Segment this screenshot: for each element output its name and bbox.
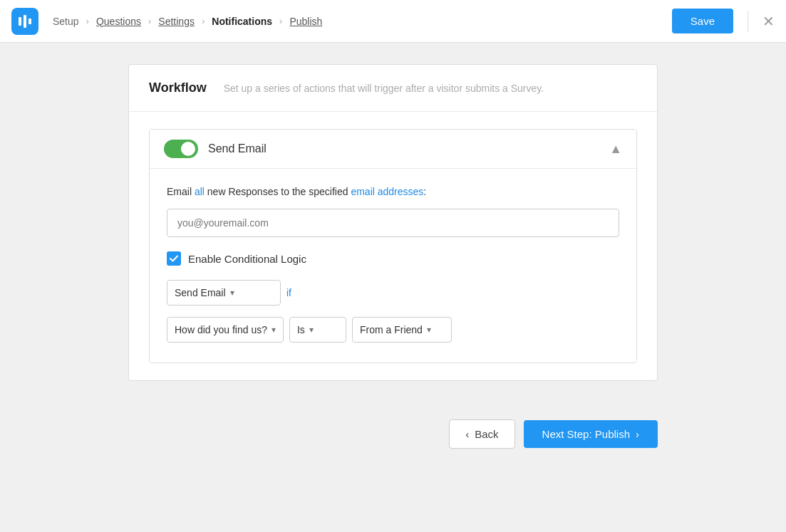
svg-rect-2 (29, 19, 31, 24)
email-desc-email: email addresses (351, 186, 423, 197)
send-email-label: Send Email (208, 142, 267, 155)
workflow-title: Workflow (149, 80, 207, 95)
breadcrumb-publish[interactable]: Publish (289, 16, 322, 27)
bottom-bar: ‹ Back Next Step: Publish › (0, 402, 786, 466)
inner-section: Send Email ▲ Email all new Responses to … (129, 112, 657, 380)
email-description: Email all new Responses to the specified… (167, 186, 619, 197)
breadcrumb-questions[interactable]: Questions (96, 16, 141, 27)
breadcrumb-notifications: Notifications (212, 16, 272, 27)
send-email-header: Send Email ▲ (150, 130, 636, 169)
next-button[interactable]: Next Step: Publish › (524, 420, 658, 448)
value-dropdown-caret: ▾ (427, 325, 431, 335)
breadcrumb-sep-2: › (148, 16, 151, 26)
workflow-description: Set up a series of actions that will tri… (224, 83, 544, 94)
back-chevron-icon: ‹ (465, 428, 469, 440)
logic-action-dropdown[interactable]: Send Email ▾ (167, 280, 281, 306)
collapse-button[interactable]: ▲ (609, 142, 622, 157)
question-dropdown[interactable]: How did you find us? ▾ (167, 317, 284, 343)
close-button[interactable]: ✕ (762, 14, 775, 28)
logic-condition-row: How did you find us? ▾ Is ▾ From a Frien… (167, 317, 619, 343)
logic-action-caret: ▾ (230, 288, 234, 298)
breadcrumb: Setup › Questions › Settings › Notificat… (53, 16, 672, 27)
save-button[interactable]: Save (672, 9, 733, 33)
next-label: Next Step: Publish (542, 428, 630, 440)
back-label: Back (475, 428, 498, 440)
main-content: Workflow Set up a series of actions that… (0, 43, 786, 402)
question-dropdown-value: How did you find us? (175, 324, 267, 335)
if-label: if (286, 287, 291, 298)
breadcrumb-settings[interactable]: Settings (158, 16, 195, 27)
value-dropdown[interactable]: From a Friend ▾ (352, 317, 452, 343)
breadcrumb-sep-1: › (86, 16, 89, 26)
value-dropdown-value: From a Friend (360, 324, 423, 335)
nav-right: Save ✕ (672, 9, 775, 33)
email-address-input[interactable] (167, 209, 619, 237)
svg-rect-0 (19, 17, 21, 26)
outer-card: Workflow Set up a series of actions that… (128, 64, 658, 381)
send-email-body: Email all new Responses to the specified… (150, 169, 636, 363)
send-email-left: Send Email (164, 140, 267, 158)
send-email-toggle[interactable] (164, 140, 198, 158)
breadcrumb-sep-3: › (202, 16, 205, 26)
svg-rect-1 (24, 15, 26, 28)
nav-divider (748, 11, 748, 32)
workflow-header: Workflow Set up a series of actions that… (129, 65, 657, 112)
condition-dropdown-value: Is (297, 324, 305, 335)
email-desc-suffix: : (423, 186, 426, 197)
conditional-logic-row: Enable Conditional Logic (167, 251, 619, 266)
breadcrumb-sep-4: › (279, 16, 282, 26)
app-logo (11, 8, 38, 35)
back-button[interactable]: ‹ Back (449, 419, 514, 449)
email-desc-mid: new Responses to the specified (205, 186, 351, 197)
next-chevron-icon: › (636, 428, 639, 440)
condition-dropdown-caret: ▾ (309, 325, 314, 335)
condition-dropdown[interactable]: Is ▾ (289, 317, 346, 343)
email-desc-all: all (195, 186, 205, 197)
question-dropdown-caret: ▾ (272, 325, 276, 335)
logic-action-value: Send Email (175, 287, 226, 298)
toggle-slider (164, 140, 198, 158)
email-desc-prefix: Email (167, 186, 195, 197)
top-nav: Setup › Questions › Settings › Notificat… (0, 0, 786, 43)
conditional-logic-label: Enable Conditional Logic (188, 253, 306, 265)
breadcrumb-setup[interactable]: Setup (53, 16, 79, 27)
logic-action-row: Send Email ▾ if (167, 280, 619, 306)
send-email-panel: Send Email ▲ Email all new Responses to … (149, 129, 637, 363)
conditional-logic-checkbox[interactable] (167, 251, 181, 266)
